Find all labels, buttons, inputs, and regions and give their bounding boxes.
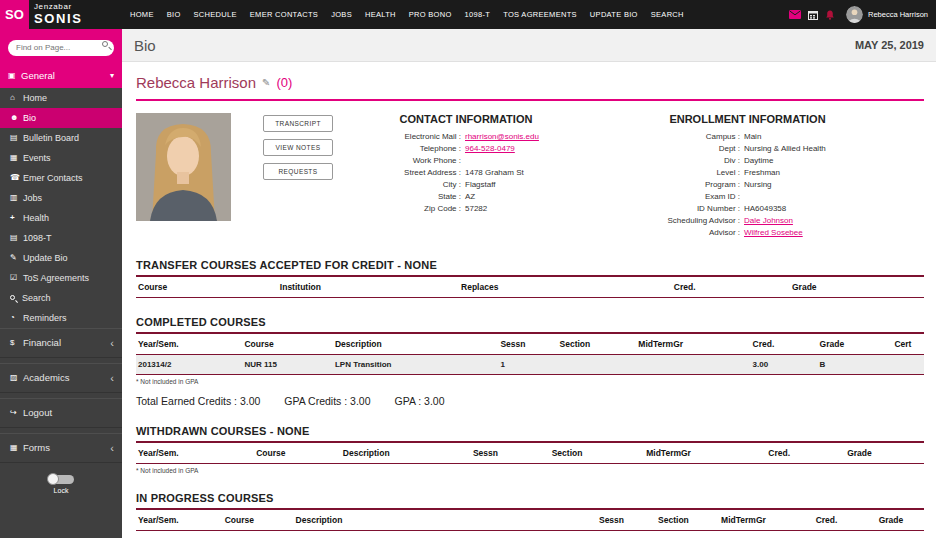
- topnav-update-bio[interactable]: UPDATE BIO: [590, 10, 638, 19]
- sidebar-group-general[interactable]: ▣ General ▾: [0, 63, 122, 88]
- sidebar-group-financial[interactable]: $ Financial ‹: [0, 328, 122, 358]
- sidebar-item-update-bio[interactable]: ✎ Update Bio: [0, 248, 122, 268]
- cell-midtermgr: [636, 355, 750, 375]
- sidebar-group-academics[interactable]: ▨ Academics ‹: [0, 363, 122, 393]
- sidebar-item-search[interactable]: Search: [0, 288, 122, 308]
- mail-icon[interactable]: [789, 10, 801, 19]
- transcript-button[interactable]: TRANSCRIPT: [263, 115, 333, 132]
- sidebar-item-label: Reminders: [23, 313, 67, 323]
- column-header: Cred.: [766, 442, 845, 464]
- column-header: Description: [294, 509, 597, 531]
- contact-info-title: CONTACT INFORMATION: [381, 113, 551, 125]
- brand-sonis: SONIS: [34, 12, 82, 26]
- sidebar-item-label: Health: [23, 213, 49, 223]
- field-label: Scheduling Advisor :: [645, 215, 740, 227]
- column-header: Sessn: [498, 333, 557, 355]
- contact-information: CONTACT INFORMATION Electronic Mail :rha…: [381, 113, 551, 239]
- topnav-1098t[interactable]: 1098-T: [465, 10, 491, 19]
- column-header: Course: [254, 442, 341, 464]
- topbar-icons: Rebecca Harrison: [789, 6, 928, 23]
- column-header: Description: [341, 442, 471, 464]
- student-name-row: Rebecca Harrison ✎ (0): [136, 74, 924, 101]
- sidebar-item-emer-contacts[interactable]: ☎ Emer Contacts: [0, 168, 122, 188]
- view-notes-button[interactable]: VIEW NOTES: [263, 139, 333, 156]
- column-header: Section: [558, 333, 637, 355]
- lock-toggle-knob[interactable]: [47, 473, 59, 485]
- app-logo[interactable]: SO Jenzabar SONIS: [0, 0, 122, 29]
- topnav-pro-bono[interactable]: PRO BONO: [409, 10, 452, 19]
- sidebar-item-tos-agreements[interactable]: ☑ ToS Agreements: [0, 268, 122, 288]
- field-value: Daytime: [744, 155, 773, 167]
- home-icon: ⌂: [10, 93, 23, 102]
- alert-counter[interactable]: (0): [276, 75, 292, 90]
- alerts-icon[interactable]: [825, 10, 835, 20]
- column-header: Grade: [818, 333, 893, 355]
- column-header: Sessn: [597, 509, 656, 531]
- column-header: Section: [656, 509, 719, 531]
- column-header: Cred.: [672, 276, 790, 298]
- sidebar-item-logout[interactable]: ↪ Logout: [0, 398, 122, 428]
- topbar: SO Jenzabar SONIS HOME BIO SCHEDULE EMER…: [0, 0, 936, 29]
- column-header: Grade: [790, 276, 924, 298]
- topnav-search[interactable]: SEARCH: [651, 10, 684, 19]
- field-value: 1478 Graham St: [465, 167, 524, 179]
- sidebar-item-events[interactable]: ▦ Events: [0, 148, 122, 168]
- sidebar-group-forms[interactable]: ▦ Forms ‹: [0, 433, 122, 463]
- profile-actions: TRANSCRIPT VIEW NOTES REQUESTS: [263, 115, 333, 239]
- dollar-icon: $: [10, 338, 23, 347]
- field-label: Electronic Mail :: [381, 131, 461, 143]
- sidebar-item-bulletin-board[interactable]: ▤ Bulletin Board: [0, 128, 122, 148]
- column-header: Grade: [845, 442, 924, 464]
- user-menu[interactable]: Rebecca Harrison: [846, 6, 928, 23]
- scheduling-advisor-link[interactable]: Dale Johnson: [744, 215, 793, 227]
- academics-icon: ▨: [10, 373, 23, 382]
- cell-grade: B: [818, 355, 893, 375]
- email-link[interactable]: rharrison@sonis.edu: [465, 131, 539, 143]
- lock-toggle[interactable]: [48, 475, 74, 484]
- chevron-left-icon: ‹: [110, 372, 114, 384]
- find-on-page-input[interactable]: [8, 40, 114, 56]
- edit-pencil-icon[interactable]: ✎: [262, 77, 270, 88]
- search-icon: [10, 295, 15, 300]
- field-label: Work Phone :: [381, 155, 461, 167]
- phone-link[interactable]: 964-528-0479: [465, 143, 515, 155]
- advisor-link[interactable]: Wilfred Sosebee: [744, 227, 803, 239]
- calendar-icon: ▦: [10, 153, 23, 162]
- sidebar-item-bio[interactable]: ☻ Bio: [0, 108, 122, 128]
- sidebar-item-1098t[interactable]: ▤ 1098-T: [0, 228, 122, 248]
- column-header: Year/Sem.: [136, 442, 254, 464]
- column-header: MidTermGr: [719, 509, 814, 531]
- sidebar-item-label: Search: [22, 293, 51, 303]
- column-header: Year/Sem.: [136, 509, 223, 531]
- sidebar-item-jobs[interactable]: ▥ Jobs: [0, 188, 122, 208]
- bell-icon: ◔: [10, 313, 23, 322]
- topnav-emer-contacts[interactable]: EMER CONTACTS: [250, 10, 318, 19]
- field-value: AZ: [465, 191, 475, 203]
- student-photo: [136, 113, 231, 221]
- profile-section: TRANSCRIPT VIEW NOTES REQUESTS CONTACT I…: [136, 113, 924, 239]
- field-label: Dept :: [645, 143, 740, 155]
- topnav-schedule[interactable]: SCHEDULE: [194, 10, 237, 19]
- topnav-jobs[interactable]: JOBS: [331, 10, 352, 19]
- calendar-icon[interactable]: [808, 10, 818, 20]
- sidebar-item-health[interactable]: + Health: [0, 208, 122, 228]
- withdrawn-courses-title: WITHDRAWN COURSES - NONE: [136, 425, 924, 437]
- page-date: MAY 25, 2019: [855, 39, 924, 51]
- column-header: Cred.: [814, 509, 877, 531]
- requests-button[interactable]: REQUESTS: [263, 163, 333, 180]
- total-earned-credits: Total Earned Credits : 3.00: [136, 395, 260, 407]
- topnav-tos-agreements[interactable]: TOS AGREEMENTS: [503, 10, 577, 19]
- sidebar-item-label: Home: [23, 93, 47, 103]
- topnav-health[interactable]: HEALTH: [365, 10, 396, 19]
- column-header: Description: [333, 333, 498, 355]
- logout-icon: ↪: [10, 408, 23, 417]
- sidebar-item-home[interactable]: ⌂ Home: [0, 88, 122, 108]
- field-label: Program :: [645, 179, 740, 191]
- enrollment-info-title: ENROLLMENT INFORMATION: [645, 113, 850, 125]
- sidebar-item-label: Events: [23, 153, 51, 163]
- topnav-home[interactable]: HOME: [130, 10, 154, 19]
- topnav-bio[interactable]: BIO: [167, 10, 181, 19]
- page-header: Bio MAY 25, 2019: [122, 29, 936, 62]
- search-icon: [102, 41, 108, 47]
- sidebar-item-reminders[interactable]: ◔ Reminders: [0, 308, 122, 328]
